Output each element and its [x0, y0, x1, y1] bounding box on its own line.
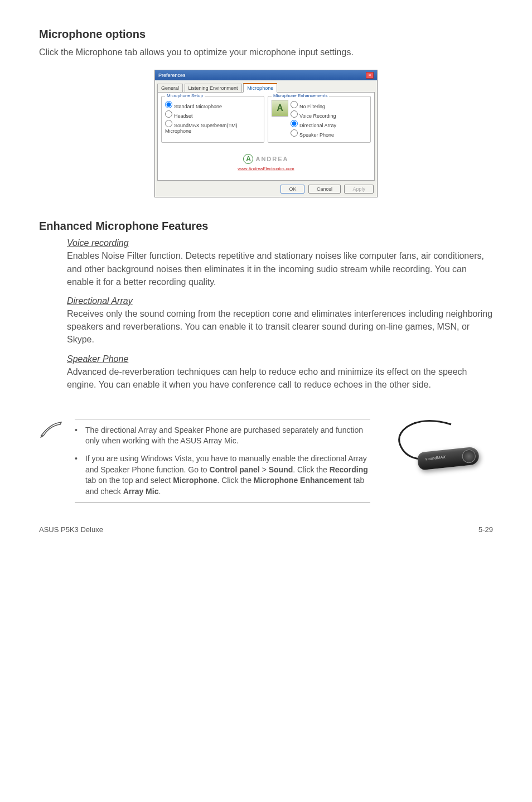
radio-headset[interactable]: Headset — [165, 110, 260, 119]
feature-desc: Advanced de-reverberation techniques can… — [67, 365, 493, 391]
close-icon[interactable]: × — [366, 72, 374, 79]
radio-directional-array[interactable]: Directional Array — [291, 120, 336, 128]
tab-listening-env[interactable]: Listening Environment — [185, 84, 242, 92]
feature-block: Directional ArrayReceives only the sound… — [39, 296, 493, 346]
note-block: •The directional Array and Speaker Phone… — [39, 419, 493, 504]
dialog-wrap: Preferences × General Listening Environm… — [39, 70, 493, 197]
page-footer: ASUS P5K3 Deluxe 5-29 — [39, 525, 493, 534]
ok-button[interactable]: OK — [280, 185, 304, 194]
andrea-logo: A ANDREA — [161, 154, 371, 164]
radio-standard-mic[interactable]: Standard Microphone — [165, 101, 260, 109]
device-label: soundMAX — [425, 455, 446, 461]
note-text-content: The directional Array and Speaker Phone … — [85, 425, 370, 447]
feature-desc: Receives only the sound coming from the … — [67, 307, 493, 346]
footer-right: 5-29 — [478, 525, 493, 534]
note-text-content: If you are using Windows Vista, you have… — [85, 453, 370, 497]
feature-title: Speaker Phone — [67, 354, 493, 364]
radio-voice-recording[interactable]: Voice Recording — [291, 110, 336, 119]
dialog-tabs: General Listening Environment Microphone — [155, 80, 377, 92]
mic-setup-group: Microphone Setup Standard Microphone Hea… — [161, 96, 264, 143]
footer-left: ASUS P5K3 Deluxe — [39, 525, 103, 534]
cancel-button[interactable]: Cancel — [308, 185, 341, 194]
bullet-dot-icon: • — [75, 425, 78, 447]
dialog-buttons: OK Cancel Apply — [155, 181, 377, 197]
mic-options-title: Microphone options — [39, 28, 493, 41]
andrea-circle-icon: A — [243, 154, 253, 164]
feature-desc: Enables Noise Filter function. Detects r… — [67, 249, 493, 288]
feature-title: Voice recording — [67, 238, 493, 248]
feature-block: Voice recordingEnables Noise Filter func… — [39, 238, 493, 288]
bullet-dot-icon: • — [75, 453, 78, 497]
radio-superbeam[interactable]: SoundMAX Superbeam(TM) Microphone — [165, 120, 260, 134]
note-bullet: •The directional Array and Speaker Phone… — [75, 425, 370, 447]
mic-enhance-legend: Microphone Enhancements — [272, 93, 329, 98]
dialog-title: Preferences — [158, 73, 186, 78]
andrea-text: ANDREA — [255, 156, 288, 162]
dialog-titlebar: Preferences × — [155, 70, 377, 80]
radio-no-filtering[interactable]: No Filtering — [291, 101, 336, 109]
tab-microphone[interactable]: Microphone — [243, 83, 277, 93]
note-pencil-icon — [39, 419, 64, 441]
radio-speaker-phone[interactable]: Speaker Phone — [291, 129, 336, 138]
array-mic-image: soundMAX — [381, 419, 493, 497]
mic-options-desc: Click the Microphone tab allows you to o… — [39, 46, 493, 59]
tab-general[interactable]: General — [157, 84, 183, 92]
preferences-dialog: Preferences × General Listening Environm… — [154, 70, 378, 197]
note-bullet: •If you are using Windows Vista, you hav… — [75, 453, 370, 497]
andrea-a-icon: A — [272, 100, 288, 117]
mic-enhance-group: Microphone Enhancements A No Filtering V… — [268, 96, 371, 143]
andrea-link[interactable]: www.AndreaElectronics.com — [161, 166, 371, 171]
apply-button[interactable]: Apply — [344, 185, 374, 194]
feature-block: Speaker PhoneAdvanced de-reverberation t… — [39, 354, 493, 391]
enhanced-title: Enhanced Microphone Features — [39, 220, 493, 233]
mic-setup-legend: Microphone Setup — [165, 93, 205, 98]
feature-title: Directional Array — [67, 296, 493, 306]
note-text: •The directional Array and Speaker Phone… — [75, 419, 370, 504]
